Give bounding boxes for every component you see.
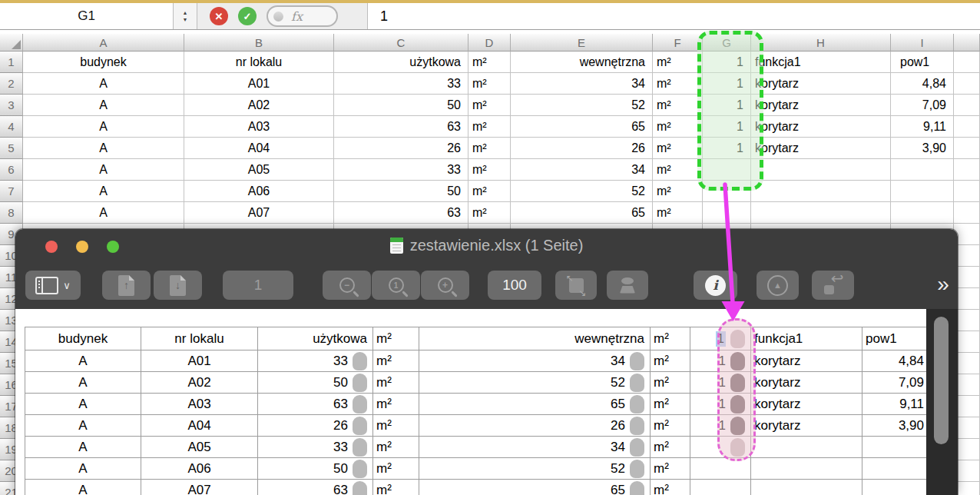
cell-F6[interactable]: m² (653, 159, 703, 181)
cell-B3[interactable]: A02 (184, 95, 334, 116)
cell-E5[interactable]: 26 (511, 138, 653, 159)
stepper-down-icon[interactable] (183, 17, 188, 22)
column-header-D[interactable]: D (468, 34, 511, 51)
cell-partial[interactable] (954, 396, 980, 417)
cell-B6[interactable]: A05 (184, 159, 334, 181)
cell-E1[interactable]: wewnętrzna (511, 51, 653, 73)
row-header-8[interactable]: 8 (0, 202, 23, 224)
cell-C8[interactable]: 63 (334, 202, 468, 224)
row-header-1[interactable]: 1 (0, 51, 23, 73)
sidebar-toggle-button[interactable] (25, 271, 81, 300)
cell-F4[interactable]: m² (653, 116, 703, 138)
cell-partial[interactable] (954, 353, 980, 374)
cell-name-box[interactable]: G1 (0, 3, 174, 29)
cell-C1[interactable]: użytkowa (334, 51, 468, 73)
cell-E8[interactable]: 65 (511, 202, 653, 224)
cell-B8[interactable]: A07 (184, 202, 334, 224)
cell-partial[interactable] (954, 460, 980, 482)
column-header-E[interactable]: E (511, 34, 653, 51)
cell-I4[interactable]: 9,11 (891, 116, 954, 138)
previous-page-button[interactable] (102, 271, 151, 300)
cell-I6[interactable] (891, 159, 954, 181)
cell-F5[interactable]: m² (653, 138, 703, 159)
cell-partial[interactable] (954, 310, 980, 331)
formula-input[interactable]: 1 (368, 3, 980, 29)
cell-A2[interactable]: A (23, 73, 184, 95)
cell-partial[interactable] (954, 417, 980, 439)
cell-G8[interactable] (703, 202, 751, 224)
cell-C6[interactable]: 33 (334, 159, 468, 181)
object-button[interactable] (607, 271, 648, 300)
column-header-C[interactable]: C (334, 34, 468, 51)
cell-C4[interactable]: 63 (334, 116, 468, 138)
cell-D4[interactable]: m² (468, 116, 511, 138)
cell-I5[interactable]: 3,90 (891, 138, 954, 159)
cell-I2[interactable]: 4,84 (891, 73, 954, 95)
row-header-2[interactable]: 2 (0, 73, 23, 95)
cell-F2[interactable]: m² (653, 73, 703, 95)
scrollbar-thumb[interactable] (934, 317, 949, 444)
rotate-button[interactable] (812, 271, 854, 300)
stepper-up-icon[interactable] (183, 10, 188, 15)
cell-A8[interactable]: A (23, 202, 184, 224)
cell-B1[interactable]: nr lokalu (184, 51, 334, 73)
cell-partial[interactable] (954, 202, 980, 224)
cell-A7[interactable]: A (23, 181, 184, 202)
cell-partial[interactable] (954, 51, 980, 73)
cell-H5[interactable]: korytarz (751, 138, 891, 159)
cell-D8[interactable]: m² (468, 202, 511, 224)
zoom-out-button[interactable] (323, 271, 371, 300)
column-header-A[interactable]: A (23, 34, 184, 51)
cell-I7[interactable] (891, 181, 954, 202)
cell-D6[interactable]: m² (468, 159, 511, 181)
cell-A4[interactable]: A (23, 116, 184, 138)
column-header-I[interactable]: I (891, 34, 954, 51)
cell-D5[interactable]: m² (468, 138, 511, 159)
column-header-B[interactable]: B (184, 34, 334, 51)
cell-I1[interactable]: pow1 (891, 51, 954, 73)
column-header-H[interactable]: H (751, 34, 891, 51)
cell-partial[interactable] (954, 159, 980, 181)
name-box-stepper[interactable] (174, 3, 197, 29)
cell-A5[interactable]: A (23, 138, 184, 159)
cell-partial[interactable] (954, 245, 980, 267)
cell-H8[interactable] (751, 202, 891, 224)
cell-partial[interactable] (954, 288, 980, 310)
next-page-button[interactable] (154, 271, 202, 300)
select-all-corner[interactable] (0, 34, 23, 51)
cell-H2[interactable]: korytarz (751, 73, 891, 95)
cell-partial[interactable] (954, 267, 980, 288)
cell-C7[interactable]: 50 (334, 181, 468, 202)
cell-C5[interactable]: 26 (334, 138, 468, 159)
actual-size-button[interactable] (372, 271, 420, 300)
cell-E4[interactable]: 65 (511, 116, 653, 138)
row-header-4[interactable]: 4 (0, 116, 23, 138)
more-tools-button[interactable]: » (925, 269, 958, 300)
page-number-button[interactable]: 1 (223, 271, 293, 300)
cell-D2[interactable]: m² (468, 73, 511, 95)
fullscreen-button[interactable] (555, 271, 597, 300)
column-header-F[interactable]: F (653, 34, 703, 51)
cell-C3[interactable]: 50 (334, 95, 468, 116)
cell-H3[interactable]: korytarz (751, 95, 891, 116)
accept-icon[interactable] (238, 7, 257, 25)
cell-partial[interactable] (954, 439, 980, 460)
cell-B7[interactable]: A06 (184, 181, 334, 202)
column-header-partial[interactable] (954, 34, 980, 51)
row-header-6[interactable]: 6 (0, 159, 23, 181)
cell-D3[interactable]: m² (468, 95, 511, 116)
cell-E3[interactable]: 52 (511, 95, 653, 116)
markup-button[interactable] (757, 271, 799, 300)
cell-F8[interactable]: m² (653, 202, 703, 224)
cell-A1[interactable]: budynek (23, 51, 184, 73)
cell-E2[interactable]: 34 (511, 73, 653, 95)
cell-C2[interactable]: 33 (334, 73, 468, 95)
cell-partial[interactable] (954, 73, 980, 95)
inspector-button[interactable] (694, 271, 737, 300)
row-header-5[interactable]: 5 (0, 138, 23, 159)
cell-E6[interactable]: 34 (511, 159, 653, 181)
cell-A6[interactable]: A (23, 159, 184, 181)
cell-H4[interactable]: korytarz (751, 116, 891, 138)
cell-partial[interactable] (954, 138, 980, 159)
cell-partial[interactable] (954, 374, 980, 396)
